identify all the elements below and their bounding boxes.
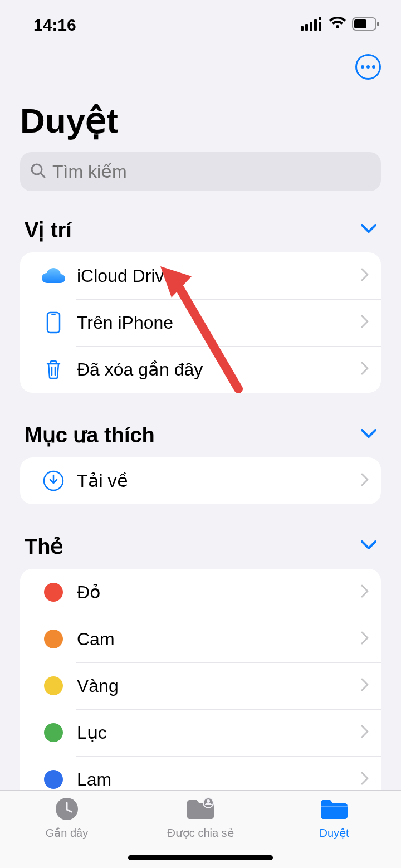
status-time: 14:16 <box>33 16 76 35</box>
iphone-icon <box>37 311 70 334</box>
list-item-label: Trên iPhone <box>70 313 361 333</box>
svg-rect-5 <box>319 22 321 31</box>
tag-orange[interactable]: Cam <box>20 616 381 662</box>
list-item-label: Đã xóa gần đây <box>70 359 361 380</box>
top-actions <box>0 50 401 84</box>
wifi-icon <box>329 17 346 33</box>
location-on-iphone[interactable]: Trên iPhone <box>20 299 381 346</box>
page-title: Duyệt <box>0 84 401 152</box>
ellipsis-icon <box>361 65 375 69</box>
chevron-down-icon <box>361 429 376 441</box>
cellular-icon <box>301 17 323 33</box>
list-item-label: Lam <box>70 769 361 790</box>
tags-header[interactable]: Thẻ <box>0 524 401 569</box>
more-button[interactable] <box>355 54 381 80</box>
chevron-right-icon <box>361 772 369 787</box>
tag-dot-icon <box>37 676 70 695</box>
favorite-downloads[interactable]: Tải về <box>20 457 381 504</box>
cloud-icon <box>37 267 70 284</box>
download-icon <box>37 470 70 492</box>
tab-label: Gần đây <box>46 826 88 840</box>
chevron-right-icon <box>361 362 369 377</box>
trash-icon <box>37 359 70 379</box>
chevron-right-icon <box>361 473 369 489</box>
status-bar: 14:16 <box>0 0 401 50</box>
locations-card: iCloud Drive Trên iPhone Đã xóa gần đây <box>20 252 381 393</box>
tab-label: Duyệt <box>319 826 349 840</box>
svg-rect-1 <box>305 24 308 31</box>
tag-dot-icon <box>37 723 70 742</box>
list-item-label: Vàng <box>70 676 361 696</box>
tab-browse[interactable]: Duyệt <box>267 791 401 868</box>
folder-icon <box>319 796 350 824</box>
tag-yellow[interactable]: Vàng <box>20 662 381 709</box>
shared-folder-icon <box>185 796 216 824</box>
svg-rect-19 <box>321 806 348 807</box>
chevron-right-icon <box>361 631 369 647</box>
tag-dot-icon <box>37 583 70 602</box>
list-item-label: Đỏ <box>70 582 361 603</box>
home-indicator[interactable] <box>128 855 273 860</box>
tab-bar: Gần đây Được chia sẻ Duyệt <box>0 790 401 868</box>
chevron-right-icon <box>361 725 369 740</box>
svg-rect-12 <box>51 314 56 315</box>
search-input[interactable] <box>52 162 371 182</box>
chevron-right-icon <box>361 584 369 600</box>
svg-line-10 <box>41 173 45 177</box>
clock-icon <box>54 796 80 824</box>
tag-red[interactable]: Đỏ <box>20 569 381 616</box>
chevron-right-icon <box>361 315 369 330</box>
locations-header[interactable]: Vị trí <box>0 208 401 252</box>
tags-card: Đỏ Cam Vàng Lục Lam <box>20 569 381 803</box>
list-item-label: Cam <box>70 629 361 650</box>
svg-rect-4 <box>319 17 321 20</box>
chevron-down-icon <box>361 224 376 236</box>
tag-dot-icon <box>37 630 70 648</box>
tag-green[interactable]: Lục <box>20 709 381 756</box>
list-item-label: iCloud Drive <box>70 266 361 286</box>
tab-label: Được chia sẻ <box>167 826 233 840</box>
list-item-label: Lục <box>70 722 361 743</box>
favorites-card: Tải về <box>20 457 381 504</box>
svg-point-18 <box>207 799 210 803</box>
favorites-header[interactable]: Mục ưa thích <box>0 413 401 457</box>
svg-rect-11 <box>47 313 60 333</box>
list-item-label: Tải về <box>70 470 361 491</box>
status-icons <box>301 17 380 33</box>
favorites-title: Mục ưa thích <box>25 423 155 447</box>
battery-icon <box>352 17 380 33</box>
search-icon <box>30 163 46 181</box>
locations-title: Vị trí <box>25 218 72 242</box>
chevron-down-icon <box>361 540 376 553</box>
location-icloud-drive[interactable]: iCloud Drive <box>20 252 381 299</box>
svg-rect-3 <box>314 19 317 31</box>
svg-rect-2 <box>310 22 312 31</box>
tag-dot-icon <box>37 770 70 789</box>
tags-title: Thẻ <box>25 534 63 559</box>
tab-recents[interactable]: Gần đây <box>0 791 134 868</box>
svg-rect-0 <box>301 26 304 31</box>
location-recently-deleted[interactable]: Đã xóa gần đây <box>20 346 381 393</box>
chevron-right-icon <box>361 678 369 694</box>
svg-rect-8 <box>377 22 379 26</box>
svg-rect-7 <box>354 19 366 28</box>
chevron-right-icon <box>361 268 369 284</box>
search-field[interactable] <box>20 152 381 191</box>
